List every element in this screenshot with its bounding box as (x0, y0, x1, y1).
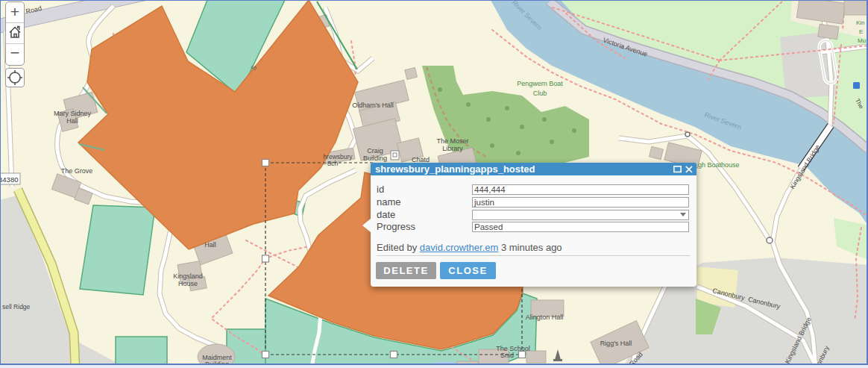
svg-text:Pengwern Boat: Pengwern Boat (517, 80, 563, 87)
svg-text:Alington Hall: Alington Hall (526, 314, 564, 321)
svg-text:Sch: Sch (327, 160, 339, 167)
svg-text:Building: Building (363, 155, 387, 162)
svg-text:Hall: Hall (204, 241, 216, 249)
svg-text:Kin: Kin (856, 19, 865, 26)
svg-text:The Grove: The Grove (61, 167, 93, 175)
svg-text:Kingsland: Kingsland (173, 272, 203, 280)
svg-text:gh Boathouse: gh Boathouse (698, 161, 740, 169)
svg-text:The Moser: The Moser (436, 137, 468, 145)
svg-text:Rigg's Hall: Rigg's Hall (600, 340, 632, 347)
svg-text:Mu: Mu (858, 37, 866, 44)
svg-text:Snid: Snid (500, 352, 514, 359)
svg-text:sell Ridge: sell Ridge (2, 303, 31, 311)
svg-text:Craig: Craig (367, 147, 383, 155)
svg-text:Mary Sidney: Mary Sidney (54, 110, 92, 117)
svg-text:Hall: Hall (66, 117, 78, 125)
svg-text:B4380: B4380 (0, 175, 18, 184)
svg-text:Oldham's Hall: Oldham's Hall (352, 102, 394, 109)
svg-text:E: E (859, 28, 863, 35)
svg-text:Library: Library (442, 145, 463, 152)
svg-text:Club: Club (533, 90, 547, 97)
svg-text:House: House (178, 280, 198, 287)
